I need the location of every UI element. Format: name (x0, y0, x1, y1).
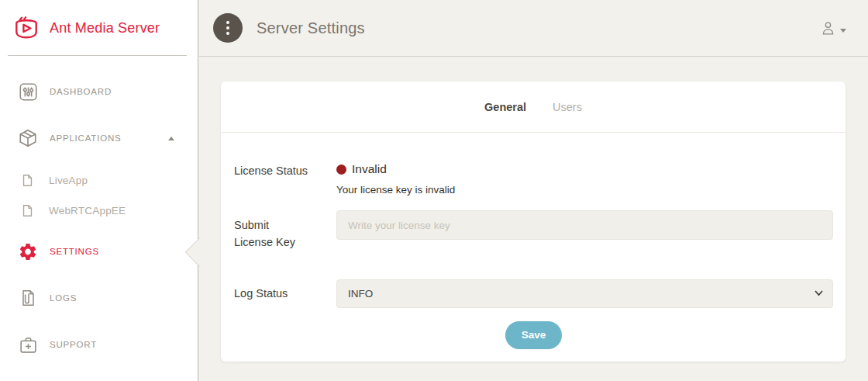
sidebar: Ant Media Server DASHBOARD (0, 0, 198, 381)
user-menu-button[interactable] (820, 20, 846, 36)
sidebar-item-settings[interactable]: SETTINGS (0, 234, 198, 269)
settings-form: License Status Invalid Your license key … (221, 162, 846, 349)
sidebar-item-label: APPLICATIONS (50, 133, 121, 143)
submit-license-key-row: Submit License Key (234, 210, 833, 251)
dashboard-icon (18, 82, 38, 102)
save-button[interactable]: Save (505, 321, 563, 349)
sidebar-item-label: LiveApp (49, 175, 88, 186)
collapse-caret-icon[interactable] (168, 137, 174, 140)
log-status-row: Log Status INFO (234, 279, 833, 308)
sidebar-item-label: SETTINGS (50, 247, 99, 256)
license-key-input[interactable] (336, 210, 833, 240)
settings-tabs: General Users (221, 81, 846, 133)
brand[interactable]: Ant Media Server (0, 0, 198, 56)
applications-icon (18, 128, 38, 148)
status-dot-icon (336, 165, 346, 175)
brand-name: Ant Media Server (50, 20, 160, 36)
kebab-menu-button[interactable] (213, 13, 243, 43)
kebab-dot (226, 26, 229, 29)
sidebar-item-dashboard[interactable]: DASHBOARD (0, 74, 198, 109)
sidebar-item-label: DASHBOARD (50, 87, 112, 96)
sidebar-item-label: WebRTCAppEE (49, 205, 126, 216)
file-icon (20, 204, 34, 217)
support-icon (18, 335, 38, 355)
license-status-row: License Status Invalid Your license key … (234, 162, 833, 196)
sidebar-item-applications[interactable]: APPLICATIONS (0, 120, 198, 156)
sidebar-item-support[interactable]: SUPPORT (0, 327, 198, 362)
ant-media-logo-icon (11, 12, 42, 43)
sidebar-item-logs[interactable]: LOGS (0, 280, 198, 316)
sidebar-nav: DASHBOARD APPLICATIONS (0, 56, 198, 362)
log-status-select[interactable]: INFO (336, 279, 833, 308)
user-icon (820, 20, 836, 36)
content-area: General Users License Status Invalid You… (199, 57, 868, 381)
sidebar-item-webrtcappee[interactable]: WebRTCAppEE (0, 196, 198, 226)
sidebar-header-divider (8, 55, 187, 56)
save-row: Save (234, 321, 833, 349)
server-settings-card: General Users License Status Invalid You… (221, 81, 846, 362)
logs-icon (18, 289, 38, 307)
settings-gear-icon (18, 241, 38, 262)
tab-general[interactable]: General (484, 101, 526, 113)
page-title: Server Settings (257, 19, 365, 37)
topbar: Server Settings (199, 0, 868, 57)
log-status-label: Log Status (234, 285, 336, 302)
license-status-label: License Status (234, 162, 336, 196)
sidebar-item-label: LOGS (50, 293, 77, 303)
file-icon (20, 174, 34, 187)
kebab-dot (226, 32, 229, 35)
submit-license-key-label: Submit License Key (234, 210, 336, 251)
app-screen: Ant Media Server DASHBOARD (0, 0, 868, 381)
sidebar-item-label: SUPPORT (50, 340, 97, 349)
tab-users[interactable]: Users (553, 101, 582, 113)
kebab-dot (226, 21, 229, 24)
sidebar-item-liveapp[interactable]: LiveApp (0, 165, 198, 196)
license-status-message: Your license key is invalid (336, 184, 833, 196)
license-status-value: Invalid (352, 162, 387, 176)
chevron-down-icon (840, 29, 846, 33)
